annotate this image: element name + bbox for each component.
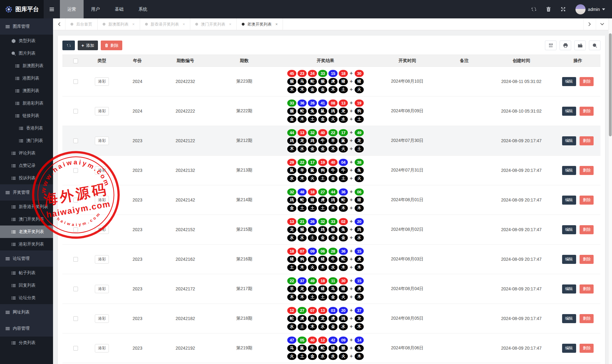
result-ball: 22 [328, 129, 338, 136]
refresh-button[interactable] [62, 41, 75, 50]
row-checkbox[interactable] [73, 198, 78, 202]
result-ball: 土 [308, 116, 317, 123]
user-menu[interactable]: admin [575, 4, 605, 15]
select-all-checkbox[interactable] [73, 59, 78, 63]
sidebar-item[interactable]: 类型列表 [0, 35, 53, 47]
tab[interactable]: 新香港开奖列表 × [140, 18, 191, 30]
row-delete-button[interactable]: 删除 [580, 314, 594, 323]
sidebar-item[interactable]: 新澳图列表 [0, 60, 53, 72]
sidebar-item[interactable]: 老澳开奖列表 [0, 226, 53, 238]
row-checkbox[interactable] [73, 316, 78, 321]
row-checkbox[interactable] [73, 79, 78, 84]
nav-item[interactable]: 系统 [131, 0, 155, 18]
row-checkbox[interactable] [73, 257, 78, 262]
edit-button[interactable]: 编辑 [562, 107, 576, 116]
avatar[interactable] [575, 4, 586, 15]
edit-button[interactable]: 编辑 [562, 344, 576, 353]
delete-button[interactable]: 删除 [101, 41, 122, 50]
tab-close-icon[interactable]: × [229, 22, 231, 27]
sidebar-item[interactable]: 新港彩列表 [0, 97, 53, 109]
sidebar-item-label: 澳门列表 [26, 138, 43, 143]
sidebar-item[interactable]: 澳图列表 [0, 85, 53, 97]
sidebar-item[interactable]: 论坛分类 [0, 292, 53, 304]
sidebar-item[interactable]: 点赞记录 [0, 159, 53, 172]
row-delete-button[interactable]: 删除 [580, 107, 594, 116]
sidebar-item[interactable]: 投诉列表 [0, 172, 53, 184]
print-button[interactable] [560, 41, 571, 50]
sidebar-toggle-icon[interactable] [44, 0, 60, 18]
result-ball: 15 [328, 70, 338, 77]
sidebar-item[interactable]: 开奖管理 [0, 184, 53, 201]
edit-button[interactable]: 编辑 [562, 284, 576, 294]
vertical-scrollbar[interactable] [608, 18, 612, 364]
sidebar-item[interactable]: 港图列表 [0, 72, 53, 85]
edit-button[interactable]: 编辑 [562, 136, 576, 145]
sidebar-item[interactable]: 香港列表 [0, 122, 53, 134]
sidebar-item[interactable]: 澳门开奖列表 [0, 213, 53, 226]
tabs-scroll-right[interactable] [583, 18, 596, 30]
search-button[interactable] [589, 41, 600, 50]
trash-icon[interactable] [546, 7, 551, 12]
scrollbar-thumb[interactable] [609, 33, 612, 136]
sidebar-item[interactable]: 港彩开奖列表 [0, 238, 53, 250]
tab-close-icon[interactable]: × [275, 22, 278, 27]
row-checkbox[interactable] [73, 287, 78, 291]
tabs-menu-toggle[interactable] [596, 18, 608, 30]
add-button[interactable]: + 添加 [78, 41, 98, 50]
edit-button[interactable]: 编辑 [562, 166, 576, 175]
sidebar-item[interactable]: 回复列表 [0, 279, 53, 292]
list-icon [11, 242, 16, 247]
refresh-icon[interactable] [531, 7, 537, 12]
row-checkbox[interactable] [73, 138, 78, 143]
row-delete-button[interactable]: 删除 [580, 77, 594, 86]
list-icon [15, 64, 20, 68]
export-button[interactable] [574, 41, 586, 50]
row-delete-button[interactable]: 删除 [580, 284, 594, 294]
row-checkbox[interactable] [73, 109, 78, 114]
result-ball: 金 [308, 353, 317, 360]
sidebar-item[interactable]: 分类列表 [0, 337, 53, 349]
row-delete-button[interactable]: 删除 [580, 136, 594, 145]
tab[interactable]: 新澳图列表 × [98, 18, 140, 30]
sidebar-item[interactable]: 内容管理 [0, 320, 53, 337]
edit-button[interactable]: 编辑 [562, 225, 576, 234]
row-delete-button[interactable]: 删除 [580, 196, 594, 205]
result-ball: 02 [339, 218, 348, 225]
actions-cell: 编辑 删除 [555, 274, 600, 304]
row-delete-button[interactable]: 删除 [580, 166, 594, 175]
row-delete-button[interactable]: 删除 [580, 225, 594, 234]
sidebar-item[interactable]: 澳门列表 [0, 134, 53, 147]
sidebar-item[interactable]: 图库管理 [0, 18, 53, 35]
row-checkbox[interactable] [73, 168, 78, 173]
tab[interactable]: 澳门开奖列表 × [190, 18, 237, 30]
plus-separator: + [350, 286, 353, 292]
nav-item[interactable]: 用户 [84, 0, 107, 18]
tabs-scroll-left[interactable] [53, 18, 66, 30]
edit-button[interactable]: 编辑 [562, 255, 576, 264]
type-badge: 港彩 [95, 77, 109, 86]
result-line: 441332402217+ 49 [278, 129, 373, 136]
nav-item[interactable]: 基础 [107, 0, 131, 18]
row-checkbox[interactable] [73, 227, 78, 232]
row-delete-button[interactable]: 删除 [580, 344, 594, 353]
edit-button[interactable]: 编辑 [562, 77, 576, 86]
edit-button[interactable]: 编辑 [562, 196, 576, 205]
nav-item[interactable]: 运营 [60, 0, 84, 18]
tab-close-icon[interactable]: × [183, 22, 185, 27]
sidebar-item[interactable]: 帖子列表 [0, 267, 53, 279]
fullscreen-icon[interactable] [561, 7, 566, 12]
sidebar-item[interactable]: 图片列表 [0, 47, 53, 60]
sidebar-item[interactable]: 新香港开奖列表 [0, 201, 53, 213]
row-delete-button[interactable]: 删除 [580, 255, 594, 264]
sidebar-item[interactable]: 链接列表 [0, 109, 53, 122]
tab-close-icon[interactable]: × [132, 22, 135, 27]
edit-button[interactable]: 编辑 [562, 314, 576, 323]
sidebar-item[interactable]: 论坛管理 [0, 250, 53, 267]
columns-button[interactable] [545, 41, 556, 50]
sidebar-item[interactable]: 网址列表 [0, 304, 53, 320]
tab[interactable]: 后台首页 [66, 18, 98, 30]
sidebar-item[interactable]: 评论列表 [0, 147, 53, 159]
tab[interactable]: 老澳开奖列表 × [237, 18, 283, 30]
row-checkbox[interactable] [73, 346, 78, 351]
app-logo[interactable]: 图库平台 [0, 0, 44, 18]
